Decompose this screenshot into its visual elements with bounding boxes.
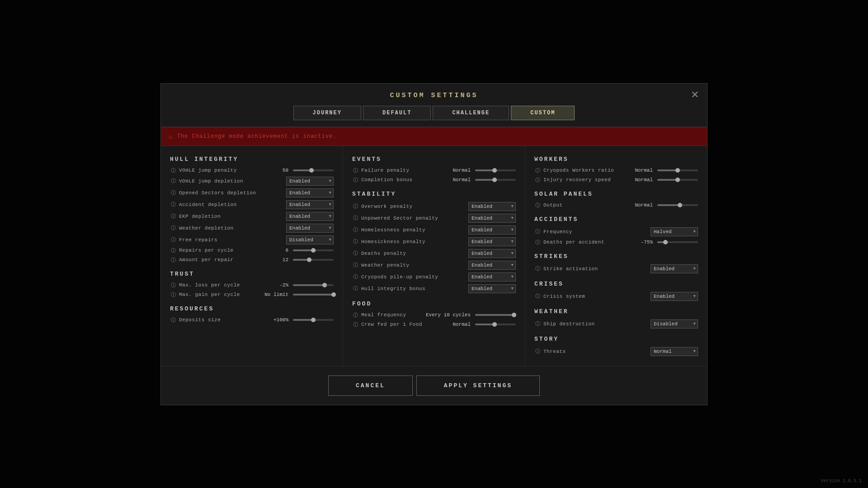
setting-overwork-penalty: ⓘ Overwork penalty Enabled ▼ [352,202,516,211]
dropdown-value[interactable]: Enabled [651,264,698,273]
info-icon[interactable]: ⓘ [534,320,541,327]
dropdown-value[interactable]: Disabled [286,235,334,244]
setting-frequency: ⓘ Frequency Halved ▼ [534,227,698,236]
dropdown-value[interactable]: Halved [651,227,698,236]
dropdown-value[interactable]: Normal [651,347,698,356]
dropdown-value[interactable]: Enabled [286,200,334,209]
slider[interactable] [293,319,334,321]
slider[interactable] [657,179,698,181]
info-icon[interactable]: ⓘ [170,257,176,263]
slider[interactable] [475,169,516,171]
info-icon[interactable]: ⓘ [170,236,176,243]
section-workers-title: WORKERS [534,156,698,163]
info-icon[interactable]: ⓘ [170,291,176,298]
setting-max-loss: ⓘ Max. loss per cycle -2% [170,282,334,289]
dropdown-value[interactable]: Enabled [286,188,334,197]
slider[interactable] [475,179,516,181]
info-icon[interactable]: ⓘ [534,239,541,246]
warning-icon: ⚠ [168,132,173,141]
setting-accident-depletion: ⓘ Accident depletion Enabled ▼ [170,200,334,209]
dropdown-value[interactable]: Enabled [468,261,516,270]
setting-cryopods-pileup: ⓘ Cryopods pile-up penalty Enabled ▼ [352,272,516,282]
setting-deaths-penalty: ⓘ Deaths penalty Enabled ▼ [352,249,516,258]
dropdown-value[interactable]: Enabled [468,249,516,258]
info-icon[interactable]: ⓘ [534,265,541,272]
dropdown-value[interactable]: Enabled [286,177,334,186]
info-icon[interactable]: ⓘ [534,167,541,174]
dropdown-value[interactable]: Disabled [651,319,698,328]
info-icon[interactable]: ⓘ [534,177,541,183]
slider[interactable] [657,169,698,171]
dropdown-wrap: Enabled ▼ [651,264,698,273]
info-icon[interactable]: ⓘ [352,321,359,328]
info-icon[interactable]: ⓘ [170,247,176,254]
info-icon[interactable]: ⓘ [352,215,359,221]
slider[interactable] [293,169,334,171]
label: Overwork penalty [361,204,466,209]
slider[interactable] [475,324,516,325]
slider[interactable] [657,204,698,206]
info-icon[interactable]: ⓘ [170,167,176,174]
info-icon[interactable]: ⓘ [170,225,176,231]
setting-opened-sectors: ⓘ Opened Sectors depletion Enabled ▼ [170,188,334,197]
label: Free repairs [179,237,283,243]
slider[interactable] [293,259,334,261]
info-icon[interactable]: ⓘ [352,167,359,174]
tab-custom[interactable]: CUSTOM [511,106,575,120]
dropdown-value[interactable]: Enabled [468,225,516,235]
info-icon[interactable]: ⓘ [352,312,359,319]
version-label: Version 1.0.5.1 [821,479,862,483]
slider[interactable] [475,314,516,316]
info-icon[interactable]: ⓘ [352,250,359,257]
value: Normal [453,322,471,327]
right-column: WORKERS ⓘ Cryopods Workers ratio Normal … [525,146,707,366]
tab-challenge[interactable]: CHALLENGE [433,106,509,120]
info-icon[interactable]: ⓘ [352,238,359,245]
setting-vohle-jump-penalty: ⓘ VOHLE jump penalty 50 [170,167,334,174]
dropdown-value[interactable]: Enabled [286,224,334,233]
info-icon[interactable]: ⓘ [170,189,176,196]
setting-max-gain: ⓘ Max. gain per cycle No limit [170,291,334,298]
dropdown-value[interactable]: Enabled [468,284,516,293]
dropdown-value[interactable]: Enabled [286,212,334,221]
section-events-title: EVENTS [352,156,516,163]
setting-threats: ⓘ Threats Normal ▼ [534,347,698,356]
slider[interactable] [657,241,698,243]
apply-settings-button[interactable]: APPLY SETTINGS [416,375,540,396]
setting-cryopods-ratio: ⓘ Cryopods Workers ratio Normal [534,167,698,174]
dropdown-value[interactable]: Enabled [468,214,516,223]
info-icon[interactable]: ⓘ [352,285,359,292]
custom-settings-modal: CUSTOM SETTINGS ✕ JOURNEY DEFAULT CHALLE… [160,83,708,405]
info-icon[interactable]: ⓘ [352,203,359,210]
info-icon[interactable]: ⓘ [170,178,176,184]
dropdown-value[interactable]: Enabled [651,292,698,301]
slider[interactable] [293,249,334,251]
info-icon[interactable]: ⓘ [170,201,176,208]
info-icon[interactable]: ⓘ [534,348,541,355]
info-icon[interactable]: ⓘ [352,273,359,280]
info-icon[interactable]: ⓘ [352,177,359,183]
dropdown-wrap: Enabled ▼ [468,249,516,258]
info-icon[interactable]: ⓘ [534,202,541,209]
info-icon[interactable]: ⓘ [170,317,176,324]
close-button[interactable]: ✕ [691,90,699,100]
cancel-button[interactable]: CANCEL [328,375,413,396]
setting-homesickness-penalty: ⓘ Homesickness penalty Enabled ▼ [352,237,516,246]
slider[interactable] [293,294,334,296]
info-icon[interactable]: ⓘ [352,226,359,233]
tab-journey[interactable]: JOURNEY [293,106,361,120]
dropdown-wrap: Enabled ▼ [651,292,698,301]
info-icon[interactable]: ⓘ [534,228,541,235]
dropdown-value[interactable]: Enabled [468,202,516,211]
info-icon[interactable]: ⓘ [534,293,541,300]
setting-crisis-system: ⓘ Crisis system Enabled ▼ [534,292,698,301]
tab-default[interactable]: DEFAULT [363,106,431,120]
info-icon[interactable]: ⓘ [352,262,359,268]
dropdown-wrap: Enabled ▼ [468,237,516,246]
info-icon[interactable]: ⓘ [170,213,176,220]
info-icon[interactable]: ⓘ [170,282,176,289]
label: Meal frequency [361,312,423,318]
slider[interactable] [293,284,334,286]
dropdown-value[interactable]: Enabled [468,237,516,246]
dropdown-value[interactable]: Enabled [468,272,516,282]
